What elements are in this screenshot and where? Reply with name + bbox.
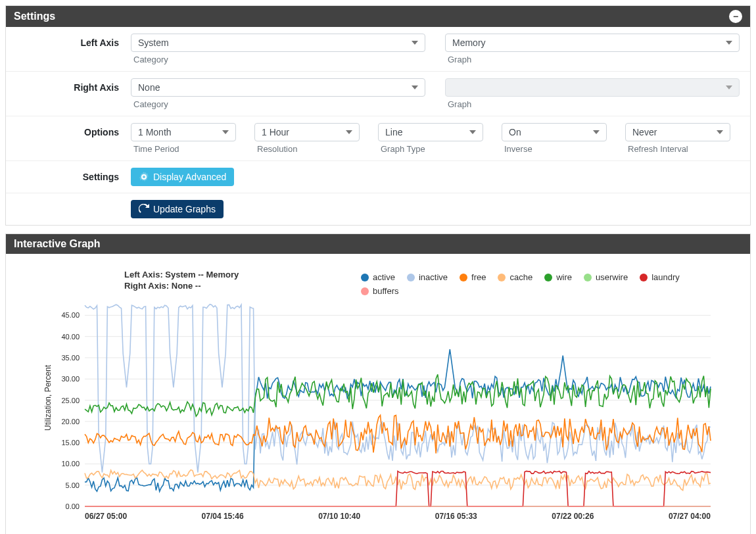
time-period-select[interactable]: 1 Month (131, 123, 236, 141)
row-settings-buttons: Settings Display Advanced (6, 161, 750, 193)
refresh-select[interactable]: Never (625, 123, 730, 141)
left-axis-graph-help: Graph (448, 55, 740, 64)
resolution-select[interactable]: 1 Hour (254, 123, 360, 141)
legend-item-wire[interactable]: wire (544, 272, 572, 282)
update-graphs-button[interactable]: Update Graphs (131, 200, 224, 218)
graph-type-select[interactable]: Line (378, 123, 483, 141)
svg-text:40.00: 40.00 (61, 333, 80, 341)
refresh-icon (139, 204, 149, 214)
series-wire[interactable] (85, 374, 711, 416)
svg-text:45.00: 45.00 (61, 311, 80, 319)
graph-body: Left Axis: System -- Memory Right Axis: … (6, 254, 750, 534)
time-period-help: Time Period (133, 144, 236, 154)
legend-item-free[interactable]: free (460, 272, 486, 282)
options-label: Options (6, 123, 131, 137)
refresh-help: Refresh Interval (628, 144, 730, 154)
series-active[interactable] (85, 349, 711, 491)
plot-area[interactable]: 0.005.0010.0015.0020.0025.0030.0035.0040… (85, 303, 711, 506)
settings-row-label: Settings (6, 168, 131, 182)
settings-body: Left Axis System Category Memory Graph R (6, 27, 750, 225)
left-axis-label: Left Axis (6, 34, 131, 48)
legend-swatch-icon (361, 287, 369, 295)
legend-item-active[interactable]: active (361, 272, 395, 282)
svg-text:15.00: 15.00 (61, 439, 80, 447)
graph-type-help: Graph Type (381, 144, 483, 154)
x-tick-label: 07/04 15:46 (202, 512, 244, 521)
resolution-help: Resolution (257, 144, 360, 154)
display-advanced-button[interactable]: Display Advanced (131, 168, 234, 186)
x-tick-label: 07/27 04:00 (669, 512, 711, 521)
x-tick-label: 07/16 05:33 (435, 512, 477, 521)
x-tick-label: 07/22 00:26 (552, 512, 594, 521)
svg-text:30.00: 30.00 (61, 375, 80, 383)
right-axis-category-select[interactable]: None (131, 78, 425, 97)
legend-swatch-icon (361, 274, 369, 281)
right-axis-label: Right Axis (6, 78, 131, 93)
legend-item-userwire[interactable]: userwire (584, 272, 628, 282)
row-right-axis: Right Axis None Category Graph (6, 72, 750, 116)
settings-panel: Settings − Left Axis System Category Mem… (5, 5, 751, 226)
right-axis-graph-select[interactable] (445, 78, 740, 97)
legend-swatch-icon (498, 274, 506, 281)
legend-item-buffers[interactable]: buffers (361, 286, 399, 296)
settings-header: Settings − (6, 6, 750, 27)
graph-header: Interactive Graph (6, 234, 750, 254)
x-tick-label: 06/27 05:00 (85, 512, 127, 521)
legend-swatch-icon (544, 274, 552, 281)
legend-item-inactive[interactable]: inactive (407, 272, 448, 282)
svg-text:0.00: 0.00 (66, 502, 80, 510)
y-axis-label: Utilization, Percent (43, 365, 53, 431)
legend-swatch-icon (640, 274, 648, 281)
x-tick-label: 07/10 10:40 (318, 512, 360, 521)
row-options: Options 1 Month Time Period 1 Hour Resol… (6, 116, 750, 161)
legend-swatch-icon (584, 274, 592, 281)
legend-swatch-icon (407, 274, 415, 281)
update-graphs-label: Update Graphs (153, 204, 216, 214)
right-axis-graph-help: Graph (448, 99, 740, 109)
svg-text:35.00: 35.00 (61, 354, 80, 362)
svg-text:20.00: 20.00 (61, 418, 80, 425)
legend-swatch-icon (460, 274, 467, 281)
chart-axis-titles: Left Axis: System -- Memory Right Axis: … (124, 270, 239, 292)
collapse-icon[interactable]: − (729, 10, 742, 23)
left-axis-graph-select[interactable]: Memory (445, 34, 740, 52)
right-axis-category-help: Category (133, 99, 425, 109)
svg-text:25.00: 25.00 (61, 397, 80, 404)
legend-item-cache[interactable]: cache (498, 272, 532, 282)
chart-left-title: Left Axis: System -- Memory (124, 270, 239, 281)
inverse-help: Inverse (504, 144, 607, 154)
legend-item-laundry[interactable]: laundry (640, 272, 680, 282)
settings-title: Settings (14, 11, 55, 22)
svg-text:10.00: 10.00 (61, 460, 80, 468)
graph-title: Interactive Graph (14, 238, 101, 250)
left-axis-category-select[interactable]: System (131, 34, 425, 52)
svg-text:5.00: 5.00 (66, 481, 80, 489)
row-update: Update Graphs (6, 193, 750, 225)
gear-icon (139, 172, 149, 182)
inverse-select[interactable]: On (502, 123, 607, 141)
left-axis-category-help: Category (133, 55, 425, 64)
row-left-axis: Left Axis System Category Memory Graph (6, 27, 750, 72)
graph-panel: Interactive Graph Left Axis: System -- M… (5, 233, 751, 534)
x-ticks: 06/27 05:0007/04 15:4607/10 10:4007/16 0… (85, 512, 711, 521)
chart-right-title: Right Axis: None -- (124, 281, 239, 292)
display-advanced-label: Display Advanced (153, 172, 226, 182)
chart-legend: activeinactivefreecachewireuserwirelaund… (361, 272, 684, 296)
chart-area[interactable]: Left Axis: System -- Memory Right Axis: … (19, 263, 737, 533)
